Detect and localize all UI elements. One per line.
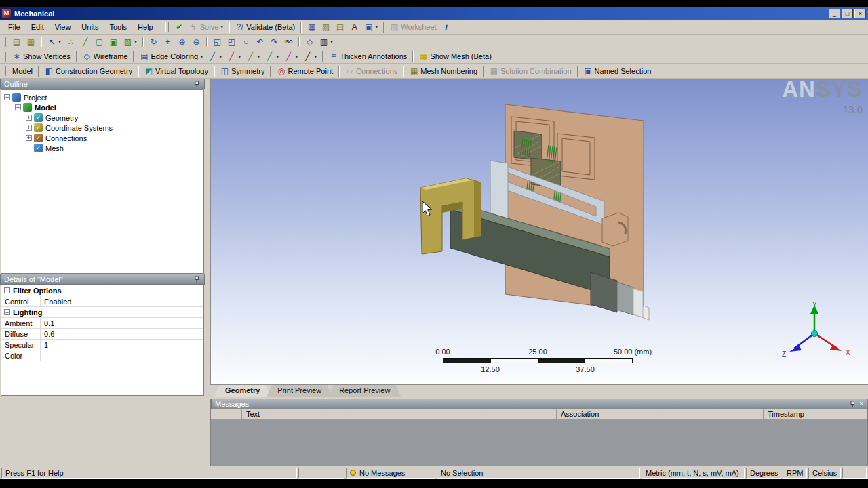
tree-item-geometry[interactable]: + ✓ Geometry	[1, 113, 203, 123]
mesh-numbering-button[interactable]: ▦ Mesh Numbering	[407, 65, 480, 77]
triad-axes[interactable]: Y X Z	[779, 300, 855, 362]
tab-print-preview[interactable]: Print Preview	[267, 385, 332, 396]
details-row-diffuse[interactable]: Diffuse 0.6	[1, 329, 203, 340]
new-chart-icon[interactable]: ▧	[319, 21, 333, 33]
details-row-color[interactable]: Color	[1, 350, 203, 361]
previous-view-icon[interactable]: ↶	[253, 36, 267, 48]
toolbar-button[interactable]	[300, 22, 302, 33]
pan-icon[interactable]: +	[161, 36, 175, 48]
toolbar-button[interactable]	[41, 37, 42, 47]
thicken-annotations-button[interactable]: ≡ Thicken Annotations	[326, 50, 410, 62]
context-toolbar-button[interactable]	[270, 66, 271, 77]
info-icon[interactable]: i	[439, 21, 454, 33]
virtual-topology-button[interactable]: ◩ Virtual Topology	[142, 65, 211, 77]
box-zoom-icon[interactable]: ◱	[210, 36, 224, 48]
details-row-value[interactable]: 1	[41, 341, 203, 349]
details-category-lighting[interactable]: − Lighting	[1, 307, 203, 318]
context-toolbar-button[interactable]	[38, 66, 39, 77]
tree-item-model[interactable]: − Model	[1, 102, 203, 113]
toolbar-button[interactable]	[383, 22, 384, 33]
image-capture-button[interactable]: ▣ ▾	[361, 21, 380, 33]
symmetry-button[interactable]: ◫ Symmetry	[218, 65, 268, 77]
toolbar-button[interactable]	[412, 51, 414, 62]
select-vertex-icon[interactable]: ∴	[64, 36, 78, 48]
pin-icon[interactable]	[849, 401, 856, 408]
rotate-icon[interactable]: ↻	[146, 36, 161, 48]
details-row-value[interactable]: 0.6	[41, 330, 203, 338]
panel-splitter[interactable]	[205, 79, 210, 466]
edge-direction-olive-button[interactable]: ╱ ▾	[243, 50, 262, 62]
context-toolbar-button[interactable]	[403, 66, 404, 77]
tree-item-coordinate-systems[interactable]: + ✓ Coordinate Systems	[1, 123, 203, 133]
show-vertices-button[interactable]: ∗ Show Vertices	[9, 50, 73, 62]
select-face-icon[interactable]: ▢	[92, 36, 106, 48]
edge-direction-red-button[interactable]: ╱ ▾	[224, 50, 243, 62]
named-selection-button[interactable]: ▣ Named Selection	[581, 65, 654, 77]
toolbar-button[interactable]	[133, 51, 134, 62]
menu-help[interactable]: Help	[132, 21, 159, 33]
pin-icon[interactable]	[193, 276, 201, 283]
menu-units[interactable]: Units	[76, 21, 104, 33]
context-toolbar-button[interactable]	[577, 66, 578, 77]
solve-button[interactable]: ϟ Solve ▾	[186, 21, 226, 33]
menu-view[interactable]: View	[50, 21, 77, 33]
edge-direction-magenta-button[interactable]: ╱ ▾	[281, 50, 300, 62]
comment-icon[interactable]: ▦	[24, 36, 38, 48]
details-row-ambient[interactable]: Ambient 0.1	[1, 318, 203, 329]
edge-direction-cyan-button[interactable]: ╱ ▾	[262, 50, 281, 62]
model-button[interactable]: Model	[9, 66, 35, 77]
menu-tools[interactable]: Tools	[104, 21, 132, 33]
tree-expander-icon[interactable]: −	[4, 94, 10, 100]
details-row-value[interactable]: Enabled	[41, 298, 203, 306]
solution-combination-button[interactable]: ▩ Solution Combination	[487, 65, 574, 77]
menu-edit[interactable]: Edit	[26, 21, 50, 33]
select-body-icon[interactable]: ▣	[106, 36, 121, 48]
look-at-icon[interactable]: ◇	[302, 36, 317, 48]
restore-button[interactable]: □	[842, 9, 853, 18]
tree-expander-icon[interactable]: +	[26, 125, 32, 131]
details-row-control[interactable]: Control Enabled	[1, 296, 203, 307]
toolbar-button[interactable]	[322, 51, 323, 62]
toolbar-button[interactable]	[142, 37, 144, 47]
tree-expander-icon[interactable]: +	[26, 115, 32, 121]
close-button[interactable]: ×	[854, 9, 866, 18]
tree-item-connections[interactable]: + ✓ Connections	[1, 133, 203, 143]
extend-selection-button[interactable]: ▨ ▾	[121, 36, 140, 48]
zoom-out-icon[interactable]: ⊖	[189, 36, 203, 48]
construction-geometry-button[interactable]: ◧ Construction Geometry	[42, 65, 135, 77]
toolbar-button[interactable]	[76, 51, 77, 62]
menu-file[interactable]: File	[3, 21, 26, 33]
validate-button[interactable]: ?/ Validate (Beta)	[233, 21, 298, 33]
details-row-specular[interactable]: Specular 1	[1, 340, 203, 350]
pin-icon[interactable]	[193, 81, 201, 88]
messages-column-header[interactable]	[211, 409, 242, 420]
tab-report-preview[interactable]: Report Preview	[328, 385, 401, 396]
new-figure-icon[interactable]: ▦	[304, 21, 319, 33]
tab-geometry[interactable]: Geometry	[214, 385, 271, 396]
toolbar-button[interactable]	[206, 37, 208, 47]
select-edge-icon[interactable]: ╱	[78, 36, 92, 48]
details-expander-icon[interactable]: −	[4, 287, 10, 293]
messages-column-header[interactable]: Timestamp	[764, 409, 867, 420]
status-messages[interactable]: No Messages	[346, 468, 435, 479]
edge-direction-blue-button[interactable]: ╱ ▾	[205, 50, 224, 62]
new-comment-icon[interactable]: ▤	[333, 21, 347, 33]
tree-expander-icon[interactable]: +	[26, 135, 32, 141]
edge-coloring-button[interactable]: ▤ Edge Coloring ▾	[137, 50, 205, 62]
label-icon[interactable]: ▤	[9, 36, 24, 48]
solve-status-icon[interactable]: ✔	[172, 21, 186, 33]
details-expander-icon[interactable]: −	[4, 309, 10, 315]
remote-point-button[interactable]: ◎ Remote Point	[274, 65, 336, 77]
tree-item-project[interactable]: − Project	[1, 92, 203, 102]
viewport-3d[interactable]: ANSYS 13.0 0.00 25.00 50.00 (mm) 12.50 3…	[210, 79, 868, 384]
minimize-button[interactable]: _	[829, 9, 840, 18]
context-toolbar-button[interactable]	[138, 66, 139, 77]
details-category-filter-options[interactable]: − Filter Options	[1, 285, 203, 296]
show-mesh-button[interactable]: ▦ Show Mesh (Beta)	[416, 50, 494, 62]
details-row-value[interactable]: 0.1	[41, 319, 203, 327]
messages-column-header[interactable]: Association	[557, 409, 764, 420]
connections-button[interactable]: ▱ Connections	[342, 65, 400, 77]
messages-column-header[interactable]: Text	[242, 409, 557, 420]
tree-expander-icon[interactable]	[26, 145, 32, 151]
toolbar-button[interactable]	[298, 37, 300, 47]
